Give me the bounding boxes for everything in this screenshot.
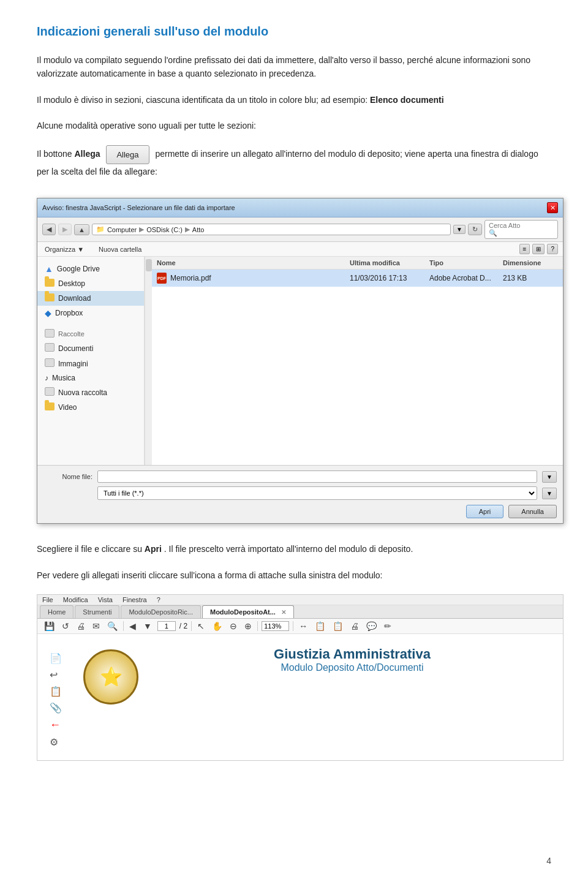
toolbar-prev-btn[interactable]: ◀	[127, 621, 138, 632]
toolbar-search-btn[interactable]: 🔍	[105, 621, 119, 632]
tab-close-icon[interactable]: ✕	[281, 609, 286, 616]
sidebar-scrollbar[interactable]	[145, 257, 152, 465]
search-box[interactable]: 🔍	[484, 220, 558, 239]
dropbox-icon: ◆	[45, 308, 51, 318]
open-button[interactable]: Apri	[466, 505, 504, 518]
toolbar-copy-btn[interactable]: 📋	[313, 621, 327, 632]
sidebar-item-video[interactable]: Video	[37, 400, 144, 415]
toolbar-select-btn[interactable]: ↖	[195, 621, 206, 632]
address-bar[interactable]: 📁 Computer ▶ OSDisk (C:) ▶ Atto	[92, 224, 451, 235]
filename-label: Nome file:	[43, 473, 92, 480]
filename-dropdown-button[interactable]: ▼	[542, 471, 557, 483]
sidebar-item-desktop[interactable]: Desktop	[37, 276, 144, 291]
tab-strumenti[interactable]: Strumenti	[75, 605, 119, 618]
intro-p2-before: Il modulo è diviso in sezioni, ciascuna …	[37, 95, 368, 105]
doc-icon-3[interactable]: 📋	[50, 686, 68, 697]
col-size: Dimensione	[503, 259, 558, 266]
menu-file[interactable]: File	[42, 596, 53, 603]
file-size: 213 KB	[503, 274, 558, 282]
file-list-body: PDF Memoria.pdf 11/03/2016 17:13 Adobe A…	[152, 270, 563, 465]
toolbar-zoomin-btn[interactable]: ⊕	[243, 621, 254, 632]
back-button[interactable]: ◀	[42, 224, 56, 235]
sidebar-item-download[interactable]: Download	[37, 291, 144, 306]
toolbar-comment-btn[interactable]: 💬	[364, 621, 379, 632]
page-number-input[interactable]	[157, 621, 176, 631]
sidebar-item-documenti[interactable]: Documenti	[37, 341, 144, 356]
view-list-button[interactable]: ≡	[519, 244, 530, 254]
apri-before: Scegliere il file e cliccare su	[37, 544, 142, 554]
dialog-action-row: Apri Annulla	[43, 505, 557, 518]
allega-button[interactable]: Allega	[106, 145, 149, 164]
view-help-button[interactable]: ?	[547, 244, 558, 254]
doc-icon-1[interactable]: 📄	[50, 652, 68, 664]
nuova-raccolta-label: Nuova raccolta	[58, 388, 107, 397]
toolbar-sep2	[191, 621, 192, 631]
allega-bold-label: Allega	[75, 149, 103, 159]
file-item-memoria[interactable]: PDF Memoria.pdf 11/03/2016 17:13 Adobe A…	[152, 270, 563, 287]
sidebar-item-nuova-raccolta[interactable]: Nuova raccolta	[37, 385, 144, 400]
toolbar-undo-btn[interactable]: ↺	[60, 621, 71, 632]
doc-icon-2[interactable]: ↩	[50, 669, 68, 681]
menu-modifica[interactable]: Modifica	[63, 596, 88, 603]
musica-icon: ♪	[45, 374, 48, 382]
doc-attach-icon[interactable]: 📎	[50, 702, 68, 714]
address-sep1: ▶	[139, 225, 144, 233]
filetype-dropdown-button[interactable]: ▼	[542, 488, 557, 499]
toolbar-print-btn[interactable]: 🖨	[75, 621, 87, 632]
organizza-button[interactable]: Organizza ▼	[42, 244, 86, 254]
intro-paragraph-1: Il modulo va compilato seguendo l'ordine…	[37, 53, 551, 81]
toolbar-next-btn[interactable]: ▼	[141, 621, 154, 632]
filename-input[interactable]	[97, 470, 537, 483]
intro-p2-bold: Elenco documenti	[370, 95, 444, 105]
doc-icon-5[interactable]: ⚙	[50, 736, 68, 748]
dialog-title-text: Avviso: finestra JavaScript - Selezionar…	[42, 204, 235, 211]
file-type: Adobe Acrobat D...	[429, 274, 503, 282]
sidebar-item-googledrive[interactable]: ▲ Google Drive	[37, 262, 144, 276]
menu-finestra[interactable]: Finestra	[123, 596, 147, 603]
nuova-cartella-button[interactable]: Nuova cartella	[96, 244, 144, 254]
menu-vista[interactable]: Vista	[98, 596, 113, 603]
filename-row: Nome file: ▼	[43, 470, 557, 483]
toolbar-print2-btn[interactable]: 🖨	[349, 621, 361, 632]
pdf-icon: PDF	[157, 273, 167, 284]
doc-content: 📄 ↩ 📋 📎 ← ⚙ ⭐ Giustizia Amministrativa M…	[37, 634, 563, 760]
after-dialog-paragraph2: Per vedere gli allegati inseriti cliccar…	[37, 569, 551, 582]
sidebar-item-dropbox[interactable]: ◆ Dropbox	[37, 306, 144, 320]
address-osdisk-label: OSDisk (C:)	[146, 226, 183, 233]
address-dropdown-button[interactable]: ▼	[453, 225, 466, 234]
up-button[interactable]: ▲	[74, 224, 89, 235]
toolbar-edit-btn[interactable]: ✏	[382, 621, 393, 632]
raccolte-section[interactable]: Raccolte	[37, 325, 144, 341]
sidebar-item-immagini[interactable]: Immagini	[37, 356, 144, 371]
download-folder-icon	[45, 293, 55, 303]
tab-moduloric[interactable]: ModuloDepositoRic...	[121, 605, 201, 618]
documenti-label: Documenti	[58, 344, 93, 353]
cancel-button[interactable]: Annulla	[508, 505, 557, 518]
googledrive-icon: ▲	[45, 264, 53, 274]
toolbar-save-btn[interactable]: 💾	[42, 621, 56, 632]
forward-button[interactable]: ▶	[58, 224, 72, 235]
sidebar-item-musica[interactable]: ♪ Musica	[37, 371, 144, 385]
documenti-icon	[45, 343, 55, 353]
dialog-sidebar-container: ▲ Google Drive Desktop Download ◆ Dropbo…	[37, 257, 152, 465]
view-grid-button[interactable]: ⊞	[532, 244, 545, 254]
menu-help[interactable]: ?	[157, 596, 160, 603]
file-name-cell: PDF Memoria.pdf	[157, 273, 350, 284]
toolbar-email-btn[interactable]: ✉	[91, 621, 102, 632]
search-input[interactable]	[489, 222, 538, 229]
zoom-input[interactable]	[262, 621, 289, 631]
toolbar-copy2-btn[interactable]: 📋	[331, 621, 345, 632]
tab-home[interactable]: Home	[40, 605, 74, 618]
toolbar-sep1	[123, 621, 124, 631]
refresh-button[interactable]: ↻	[468, 224, 482, 235]
toolbar-zoomout-btn[interactable]: ⊖	[228, 621, 239, 632]
dialog-sidebar: ▲ Google Drive Desktop Download ◆ Dropbo…	[37, 257, 145, 465]
doc-menubar: File Modifica Vista Finestra ?	[37, 595, 563, 605]
filetype-select[interactable]: Tutti i file (*.*)	[97, 486, 537, 500]
toolbar-fitpage-btn[interactable]: ↔	[297, 621, 309, 632]
toolbar-hand-btn[interactable]: ✋	[210, 621, 224, 632]
tab-moduloat[interactable]: ModuloDepositoAt... ✕	[202, 605, 294, 618]
dialog-close-button[interactable]: ✕	[547, 202, 558, 213]
view-icons: ≡ ⊞ ?	[519, 244, 558, 254]
file-list-header: Nome Ultima modifica Tipo Dimensione	[152, 257, 563, 270]
